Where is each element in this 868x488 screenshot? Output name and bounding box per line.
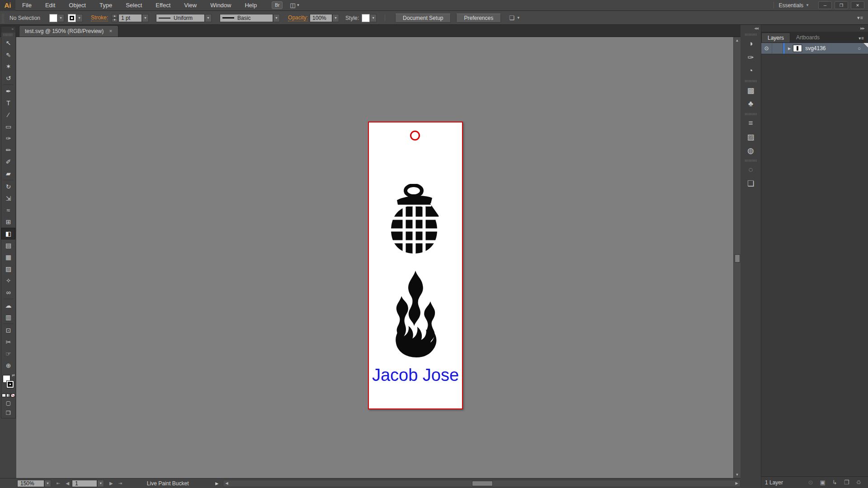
arrange-documents-button[interactable]: ◫ ▼	[290, 2, 300, 9]
tool-mesh[interactable]: ▦	[1, 251, 15, 263]
width-profile-select[interactable]: Uniform	[156, 14, 205, 22]
menu-effect[interactable]: Effect	[149, 0, 177, 11]
menu-file[interactable]: File	[15, 0, 38, 11]
lock-cell[interactable]	[772, 43, 783, 54]
width-profile-dropdown[interactable]: ▼	[205, 14, 212, 22]
tool-pen[interactable]: ✒	[1, 85, 15, 97]
gradient-panel-icon[interactable]: ▨	[743, 130, 759, 144]
layer-target-icon[interactable]: ○	[858, 46, 861, 51]
tool-line-segment[interactable]: ∕	[1, 109, 15, 121]
red-circle-object[interactable]	[410, 131, 420, 141]
transparency-panel-icon[interactable]: ◍	[743, 144, 759, 157]
screen-mode-button[interactable]: ❒	[1, 408, 15, 418]
stepper-up-icon[interactable]: ▲	[112, 14, 118, 18]
layer-row[interactable]: ⊙ ▶ svg4136 ○	[761, 42, 868, 54]
scroll-down-icon[interactable]: ▼	[734, 471, 741, 478]
vertical-scrollbar[interactable]: ▲ ▼	[733, 37, 741, 478]
horizontal-scrollbar-thumb[interactable]	[472, 481, 493, 486]
menu-select[interactable]: Select	[119, 0, 149, 11]
tool-magic-wand[interactable]: ✶	[1, 61, 15, 72]
color-guide-panel-icon[interactable]: ◔	[743, 64, 759, 78]
tool-scale[interactable]: ⇲	[1, 192, 15, 204]
tool-eyedropper[interactable]: ✧	[1, 275, 15, 286]
close-button[interactable]: ✕	[851, 1, 864, 9]
stroke-weight-field[interactable]: 1 pt	[118, 14, 142, 22]
tool-pencil[interactable]: ✏	[1, 144, 15, 156]
scroll-left-icon[interactable]: ◀	[223, 481, 230, 485]
document-setup-button[interactable]: Document Setup	[395, 14, 451, 23]
stroke-weight-dropdown[interactable]: ▼	[142, 14, 149, 22]
restore-button[interactable]: ❐	[835, 1, 848, 9]
layers-panel-menu-icon[interactable]: ▾≡	[859, 36, 868, 42]
stroke-weight-stepper[interactable]: ▲ ▼	[112, 14, 118, 22]
canvas[interactable]: Jacob Jose	[16, 37, 733, 478]
menu-help[interactable]: Help	[238, 0, 264, 11]
stroke-color-swatch[interactable]	[68, 14, 76, 22]
select-similar-button[interactable]: ❏ ▼	[509, 14, 520, 21]
brush-definition-select[interactable]: Basic	[220, 14, 273, 22]
brushes-panel-icon[interactable]: ✑	[743, 51, 759, 64]
opacity-link[interactable]: Opacity:	[288, 14, 308, 21]
swatches-panel-icon[interactable]: ▩	[743, 84, 759, 97]
tool-slice[interactable]: ✂	[1, 336, 15, 348]
scroll-right-icon[interactable]: ▶	[733, 481, 740, 485]
tab-artboards[interactable]: Artboards	[790, 33, 826, 42]
tool-live-paint-bucket[interactable]: ◧	[1, 228, 15, 239]
zoom-level-field[interactable]: 150%	[17, 480, 44, 487]
fill-color-swatch[interactable]	[49, 14, 57, 22]
draw-mode-button[interactable]: ▢	[1, 398, 15, 408]
bridge-button[interactable]: Br	[272, 1, 283, 9]
tool-perspective-grid[interactable]: ▤	[1, 239, 15, 251]
artboard-dropdown[interactable]: ▼	[97, 480, 104, 487]
tool-gradient[interactable]: ▨	[1, 263, 15, 275]
previous-artboard-button[interactable]: ◀	[63, 481, 72, 486]
tool-direct-selection[interactable]: ⇖	[1, 49, 15, 61]
minimize-button[interactable]: ─	[818, 1, 832, 9]
stroke-panel-icon[interactable]: ≡	[743, 117, 759, 130]
delete-layer-icon[interactable]: ♻	[856, 479, 861, 486]
tab-close-icon[interactable]: ✕	[109, 29, 113, 33]
artboard-number-field[interactable]: 1	[72, 480, 97, 487]
tool-blend[interactable]: ∞	[1, 286, 15, 298]
first-artboard-button[interactable]: ⇤	[54, 481, 63, 486]
stroke-link[interactable]: Stroke:	[91, 14, 108, 21]
menu-object[interactable]: Object	[62, 0, 93, 11]
zoom-dropdown[interactable]: ▼	[44, 480, 51, 487]
none-mode-button[interactable]	[11, 394, 15, 397]
symbols-panel-icon[interactable]: ♣	[743, 97, 759, 111]
tool-selection[interactable]: ↖	[1, 37, 15, 49]
tool-free-transform[interactable]: ⊞	[1, 216, 15, 228]
new-sublayer-icon[interactable]: ↳	[832, 479, 837, 486]
style-dropdown[interactable]: ▼	[370, 14, 377, 22]
menu-view[interactable]: View	[177, 0, 203, 11]
tool-eraser[interactable]: ▰	[1, 168, 15, 179]
layer-expand-icon[interactable]: ▶	[785, 47, 793, 51]
workspace-switcher[interactable]: Essentials ▼	[778, 2, 809, 9]
tool-paintbrush[interactable]: ✑	[1, 132, 15, 144]
preferences-button[interactable]: Preferences	[456, 14, 501, 23]
stroke-dropdown-button[interactable]: ▼	[76, 14, 83, 22]
menu-type[interactable]: Type	[93, 0, 119, 11]
swap-fill-stroke-icon[interactable]: ⇄	[12, 373, 15, 377]
tool-hand[interactable]: ☞	[1, 348, 15, 360]
tab-layers[interactable]: Layers	[761, 33, 790, 42]
brush-definition-dropdown[interactable]: ▼	[273, 14, 280, 22]
grenade-icon[interactable]	[387, 184, 441, 258]
panel-expand-icon[interactable]: ▶▶	[761, 25, 868, 32]
new-layer-icon[interactable]: ❐	[844, 479, 849, 486]
tool-width[interactable]: ≈	[1, 204, 15, 216]
tool-rectangle[interactable]: ▭	[1, 121, 15, 132]
artboard[interactable]: Jacob Jose	[368, 122, 463, 409]
color-mode-button[interactable]	[2, 394, 6, 397]
graphic-styles-panel-icon[interactable]: ❏	[743, 177, 759, 190]
menu-edit[interactable]: Edit	[38, 0, 62, 11]
vertical-scrollbar-thumb[interactable]	[735, 254, 740, 263]
last-artboard-button[interactable]: ⇥	[116, 481, 125, 486]
tool-zoom[interactable]: ⊕	[1, 360, 15, 371]
toolbar-stroke-swatch[interactable]	[6, 380, 14, 388]
locate-object-icon[interactable]: ⊙	[808, 479, 813, 486]
tool-type[interactable]: T	[1, 97, 15, 109]
horizontal-scrollbar[interactable]: ◀ ▶	[223, 480, 741, 487]
tool-rotate[interactable]: ↻	[1, 181, 15, 192]
opacity-dropdown[interactable]: ▼	[332, 14, 339, 22]
